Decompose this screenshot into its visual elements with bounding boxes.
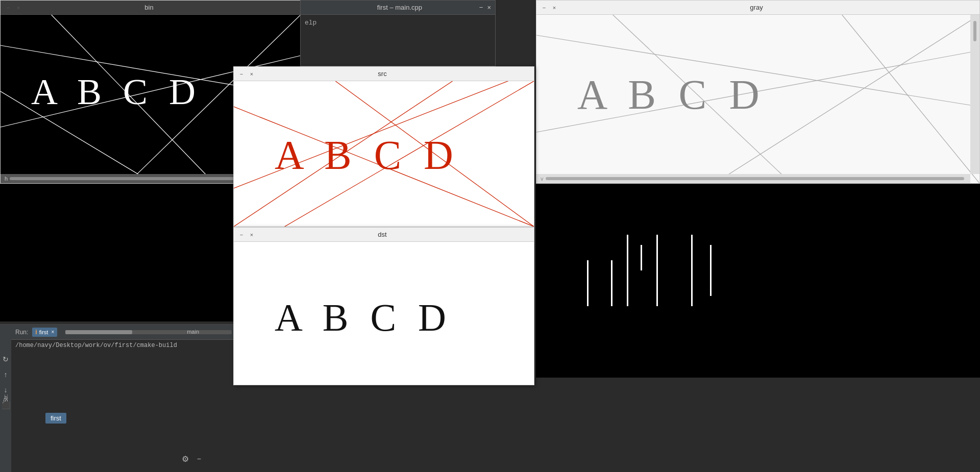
gray-vscroll-label: v bbox=[541, 176, 544, 182]
dst-abcd-text: A B C D bbox=[275, 295, 452, 340]
dst-window: − × dst A B C D bbox=[233, 227, 534, 385]
ide-refresh-icon[interactable]: ↻ bbox=[3, 355, 9, 363]
code-editor-menu: elp bbox=[305, 17, 491, 29]
gray-abcd-text: A B C D bbox=[577, 71, 766, 119]
gray-window-content: A B C D bbox=[536, 15, 979, 183]
src-window: − × src A B C D bbox=[233, 66, 534, 227]
gray-close-btn[interactable]: × bbox=[551, 4, 558, 11]
gray-minimize-btn[interactable]: − bbox=[541, 4, 548, 11]
ide-run-label: Run: bbox=[15, 329, 28, 336]
first-taskbar-text: first bbox=[51, 414, 61, 422]
src-minimize-btn[interactable]: − bbox=[238, 70, 245, 78]
dst-minimize-btn[interactable]: − bbox=[238, 231, 245, 238]
src-window-title: src bbox=[255, 70, 509, 78]
dst-window-controls[interactable]: − × bbox=[238, 231, 255, 238]
ide-down-icon[interactable]: ↓ bbox=[4, 386, 8, 394]
gray-window-title: gray bbox=[558, 4, 955, 11]
ide-run-badge-text: first bbox=[39, 329, 48, 335]
bottom-right-black-area bbox=[536, 184, 980, 378]
bin-close-btn[interactable]: × bbox=[15, 4, 22, 11]
dst-titlebar: − × dst bbox=[234, 228, 534, 242]
gray-window: − × gray A B C D v bbox=[536, 0, 980, 184]
ide-run-badge-close[interactable]: × bbox=[51, 329, 54, 335]
bin-window-controls[interactable]: − × bbox=[5, 4, 22, 11]
src-abcd-text: A B C D bbox=[275, 132, 459, 179]
code-editor-content: elp bbox=[301, 15, 495, 66]
svg-line-14 bbox=[842, 15, 979, 183]
src-window-controls[interactable]: − × bbox=[238, 70, 255, 78]
first-taskbar-label[interactable]: first bbox=[45, 413, 66, 424]
src-close-btn[interactable]: × bbox=[248, 70, 255, 78]
bin-minimize-btn[interactable]: − bbox=[5, 4, 12, 11]
dst-window-title: dst bbox=[255, 231, 509, 238]
ide-run-badge[interactable]: i first × bbox=[32, 328, 57, 337]
code-editor-title: first – main.cpp bbox=[377, 4, 422, 11]
ide-panel: Str: Run: i first × /home/navy/Desktop/w… bbox=[0, 324, 240, 472]
ide-run-badge-icon: i bbox=[35, 329, 37, 336]
bin-hscroll-label: h bbox=[5, 176, 8, 182]
code-editor-window: first – main.cpp − × elp bbox=[300, 0, 496, 66]
ide-up-icon[interactable]: ↑ bbox=[4, 370, 8, 379]
dst-close-btn[interactable]: × bbox=[248, 231, 255, 238]
ide-toolbar: Run: i first × bbox=[11, 325, 240, 340]
bin-titlebar: − × bin bbox=[1, 1, 301, 15]
bottom-left-black-area bbox=[0, 184, 235, 321]
ide-collapse-btn[interactable]: − bbox=[197, 455, 201, 463]
ide-stop-icon[interactable]: ⬛ bbox=[2, 401, 10, 409]
dst-window-content: A B C D bbox=[234, 242, 534, 385]
code-editor-titlebar: first – main.cpp − × bbox=[301, 1, 495, 15]
code-editor-minimize-btn[interactable]: − bbox=[479, 4, 483, 11]
code-editor-close-btn[interactable]: × bbox=[487, 4, 491, 11]
ide-main-label: main bbox=[187, 329, 199, 335]
bin-window-title: bin bbox=[22, 4, 276, 11]
ide-content: /home/navy/Desktop/work/ov/first/cmake-b… bbox=[11, 340, 240, 472]
src-titlebar: − × src bbox=[234, 67, 534, 81]
ide-path-text: /home/navy/Desktop/work/ov/first/cmake-b… bbox=[15, 342, 236, 349]
ide-gear-icon[interactable]: ⚙ bbox=[182, 454, 189, 464]
bin-abcd-text: A B C D bbox=[31, 71, 202, 113]
gray-window-controls[interactable]: − × bbox=[541, 4, 558, 11]
gray-titlebar: − × gray bbox=[536, 1, 979, 15]
src-window-content: A B C D bbox=[234, 81, 534, 227]
